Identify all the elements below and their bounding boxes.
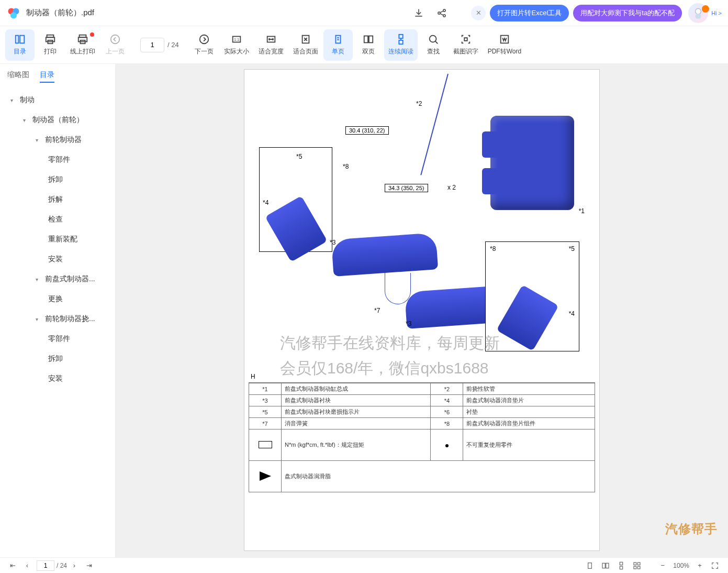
svg-rect-37	[638, 566, 641, 569]
share-icon[interactable]	[432, 4, 451, 23]
tree-label: 检查	[48, 215, 63, 224]
callout-8b: *8	[490, 245, 496, 252]
print-icon	[44, 34, 56, 45]
tree-label: 重新装配	[48, 235, 77, 244]
tab-toc[interactable]: 目录	[40, 70, 54, 83]
callout-2: *2	[416, 100, 422, 107]
zoom-level: 100%	[673, 562, 689, 569]
symbol-nonreuse-icon	[445, 444, 449, 447]
catalog-button[interactable]: 目录	[5, 29, 35, 61]
double-page-icon	[363, 34, 374, 45]
actual-size-button[interactable]: 1:1实际大小	[220, 29, 253, 61]
next-page-button[interactable]: 下一页	[189, 29, 219, 61]
print-button[interactable]: 打印	[36, 29, 65, 61]
tree-label: 前盘式制动器...	[45, 274, 95, 284]
promo-excel-button[interactable]: 打开图片转Excel工具	[490, 5, 569, 21]
sb-next-button[interactable]: ›	[67, 559, 82, 572]
prev-page-button: 上一页	[100, 29, 130, 61]
x2-label: x 2	[447, 184, 456, 191]
notification-dot	[90, 32, 94, 37]
single-page-icon	[332, 34, 344, 45]
svg-rect-8	[16, 36, 19, 43]
hi-badge[interactable]: Hi >	[711, 10, 722, 16]
tree-item[interactable]: ▾前盘式制动器...	[0, 269, 115, 289]
sb-prev-button[interactable]: ‹	[20, 559, 35, 572]
tab-thumbnails[interactable]: 缩略图	[7, 70, 29, 83]
sb-continuous-icon[interactable]	[613, 559, 629, 572]
chevron-icon: ▾	[36, 137, 42, 143]
search-icon	[428, 34, 439, 45]
pdf-viewer[interactable]: *2 *6 30.4 (310, 22) 34.3 (350, 25) x 2 …	[116, 64, 728, 557]
tree-label: 安装	[48, 374, 63, 383]
svg-rect-25	[399, 35, 402, 38]
spring-part	[385, 273, 411, 304]
svg-rect-29	[588, 563, 592, 568]
sb-grid-icon[interactable]	[629, 559, 645, 572]
fit-page-button[interactable]: 适合页面	[289, 29, 322, 61]
pad-small-left	[265, 196, 327, 262]
pdf-page: *2 *6 30.4 (310, 22) 34.3 (350, 25) x 2 …	[244, 69, 600, 551]
callout-3a: *3	[330, 239, 335, 246]
page-total: / 24	[167, 41, 179, 49]
last-page-button[interactable]: ⇥	[82, 559, 96, 572]
zoom-in-button[interactable]: +	[692, 559, 707, 572]
zoom-out-button[interactable]: −	[655, 559, 670, 572]
h-label: H	[251, 373, 255, 380]
ocr-icon	[460, 34, 472, 45]
document-title: 制动器（前轮）.pdf	[26, 8, 94, 18]
tree-label: 安装	[48, 255, 63, 264]
online-print-icon	[77, 34, 88, 45]
app-logo	[6, 6, 21, 20]
continuous-icon	[395, 34, 407, 45]
svg-rect-7	[696, 14, 701, 19]
tree-item[interactable]: ▾前轮制动器挠...	[0, 309, 115, 329]
to-word-button[interactable]: PDF转Word	[484, 29, 525, 61]
pad-upper	[331, 233, 438, 277]
tree-item[interactable]: 安装	[0, 369, 115, 389]
tree-item[interactable]: ▾制动	[0, 90, 115, 110]
callout-5a: *5	[296, 153, 302, 160]
tree-item[interactable]: 拆卸	[0, 349, 115, 369]
tree-item[interactable]: 检查	[0, 210, 115, 229]
fullscreen-icon[interactable]	[707, 559, 723, 572]
continuous-button[interactable]: 连续阅读	[384, 29, 418, 61]
double-page-button[interactable]: 双页	[354, 29, 383, 61]
page-number-input[interactable]	[140, 38, 164, 52]
promo-match-button[interactable]: 用配对大师测下我与ta的配不配	[573, 5, 682, 21]
tree-item[interactable]: 零部件	[0, 329, 115, 349]
fit-width-button[interactable]: 适合宽度	[254, 29, 288, 61]
callout-4a: *4	[263, 199, 268, 206]
tree-item[interactable]: 拆卸	[0, 170, 115, 190]
pad-small-right	[496, 285, 558, 351]
sb-double-icon[interactable]	[598, 559, 613, 572]
ocr-button[interactable]: 截图识字	[449, 29, 483, 61]
tree-item[interactable]: 更换	[0, 289, 115, 309]
find-button[interactable]: 查找	[419, 29, 448, 61]
callout-5b: *5	[569, 245, 575, 252]
sidebar: 缩略图 目录 ▾制动▾制动器（前轮）▾前轮制动器零部件拆卸拆解检查重新装配安装▾…	[0, 64, 116, 557]
tree-item[interactable]: ▾制动器（前轮）	[0, 110, 115, 130]
tree-item[interactable]: 安装	[0, 249, 115, 269]
sb-page-input[interactable]	[37, 560, 54, 571]
legend-table: *1前盘式制动器制动缸总成*2前挠性软管 *3前盘式制动器衬块*4前盘式制动器消…	[249, 383, 595, 492]
svg-point-17	[199, 35, 208, 44]
svg-rect-32	[620, 562, 623, 565]
download-icon[interactable]	[409, 4, 428, 23]
tree-item[interactable]: 拆解	[0, 190, 115, 210]
single-page-button[interactable]: 单页	[323, 29, 353, 61]
svg-point-27	[429, 36, 436, 42]
svg-rect-36	[634, 566, 636, 569]
svg-rect-9	[20, 36, 24, 43]
tree-item[interactable]: ▾前轮制动器	[0, 130, 115, 150]
svg-rect-26	[399, 40, 402, 44]
tree-item[interactable]: 重新装配	[0, 229, 115, 249]
first-page-button[interactable]: ⇤	[5, 559, 20, 572]
close-promo-icon[interactable]: ✕	[471, 6, 486, 20]
online-print-button[interactable]: 线上打印	[66, 29, 99, 61]
tree-label: 零部件	[48, 155, 70, 164]
caliper-part	[490, 116, 574, 210]
avatar-icon[interactable]	[688, 3, 708, 23]
sb-single-icon[interactable]	[582, 559, 598, 572]
tree-item[interactable]: 零部件	[0, 150, 115, 170]
tree-label: 制动器（前轮）	[32, 115, 84, 125]
